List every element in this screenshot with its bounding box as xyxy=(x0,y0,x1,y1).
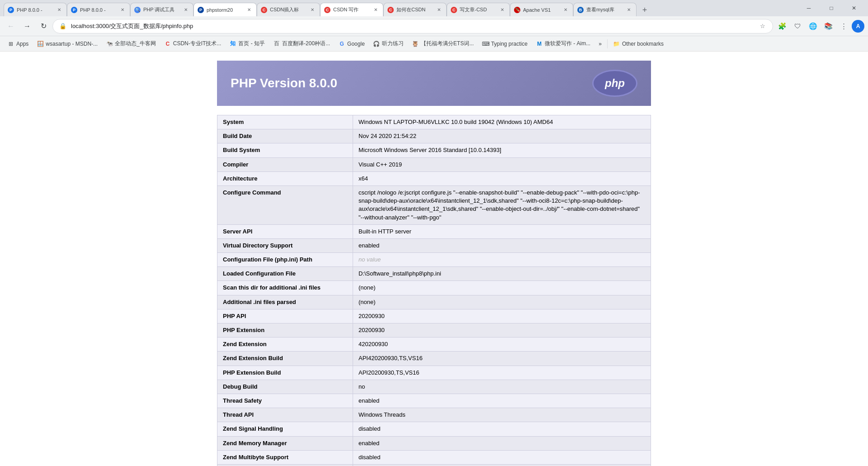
table-key: Zend Extension Build xyxy=(217,352,353,366)
tab-title-8: 写文章-CSD xyxy=(460,6,496,13)
bookmark-more[interactable]: » xyxy=(595,39,605,49)
tab-title-7: 如何在CSDN xyxy=(396,6,433,13)
extensions-button[interactable]: 🧩 xyxy=(775,19,789,33)
lock-icon: 🔒 xyxy=(58,22,67,31)
table-value: 420200930 xyxy=(353,338,651,352)
zhihu-label: 首页 - 知乎 xyxy=(238,40,265,48)
table-row: Zend Extension420200930 xyxy=(217,338,651,352)
tab-close-9[interactable]: ✕ xyxy=(562,6,569,14)
tab-9[interactable]: 🪶 Apache VS1 ✕ xyxy=(510,3,573,16)
table-row: Zend Multibyte Supportdisabled xyxy=(217,450,651,464)
table-row: PHP Extension20200930 xyxy=(217,323,651,338)
tab-6[interactable]: C CSDN 写作 ✕ xyxy=(320,3,383,16)
tab-close-10[interactable]: ✕ xyxy=(625,6,632,14)
table-row: Scan this dir for additional .ini files(… xyxy=(217,281,651,295)
table-key: PHP Extension Build xyxy=(217,366,353,380)
table-row: CompilerVisual C++ 2019 xyxy=(217,157,651,171)
extension-icon-2[interactable]: 📚 xyxy=(821,19,835,33)
niuke-label: 全部动态_牛客网 xyxy=(115,40,156,48)
table-row: Loaded Configuration FileD:\Software_ins… xyxy=(217,267,651,281)
bookmark-apps[interactable]: ⊞ Apps xyxy=(4,38,32,49)
bookmark-typing[interactable]: ⌨ Typing practice xyxy=(478,38,531,49)
bookmark-niuke[interactable]: 🐄 全部动态_牛客网 xyxy=(102,38,160,49)
table-value: no xyxy=(353,380,651,394)
table-value: enabled xyxy=(353,238,651,252)
tabs-area: P PHP 8.0.0 - ✕ P PHP 8.0.0 - ✕ 🔍 PHP 调试… xyxy=(4,0,793,16)
table-key: PHP Extension xyxy=(217,323,353,338)
back-button[interactable]: ← xyxy=(4,19,18,33)
bookmark-zhihu[interactable]: 知 首页 - 知乎 xyxy=(226,38,269,49)
forward-button[interactable]: → xyxy=(20,19,34,33)
toefl-label: 【托福考满分ETS词... xyxy=(421,40,474,48)
table-value: (none) xyxy=(353,295,651,309)
tab-close-1[interactable]: ✕ xyxy=(56,6,63,14)
table-key: Virtual Directory Support xyxy=(217,238,353,252)
table-row: Virtual Directory Supportenabled xyxy=(217,238,651,252)
bookmark-baidu-translate[interactable]: 百 百度翻译-200种语... xyxy=(269,38,334,49)
maximize-button[interactable]: □ xyxy=(821,2,842,14)
tab-title-2: PHP 8.0.0 - xyxy=(80,7,116,13)
csdn-label: CSDN-专业IT技术... xyxy=(173,40,222,48)
tab-5[interactable]: C CSDN插入标 ✕ xyxy=(257,3,320,16)
tab-1[interactable]: P PHP 8.0.0 - ✕ xyxy=(4,3,67,16)
niuke-favicon: 🐄 xyxy=(106,40,113,48)
content-area[interactable]: PHP Version 8.0.0 php SystemWindows NT L… xyxy=(0,52,868,466)
tab-close-4[interactable]: ✕ xyxy=(245,6,253,14)
address-bar[interactable]: 🔒 localhost:3000/交互式页面_数据库/phpinfo.php ☆ xyxy=(52,19,773,33)
table-row: Architecturex64 xyxy=(217,171,651,185)
bookmark-google[interactable]: G Google xyxy=(335,38,368,49)
table-row: SystemWindows NT LAPTOP-MU6VLLKC 10.0 bu… xyxy=(217,115,651,129)
tab-close-2[interactable]: ✕ xyxy=(119,6,126,14)
more-label: » xyxy=(599,41,602,47)
tab-7[interactable]: C 如何在CSDN ✕ xyxy=(383,3,447,16)
table-key: Thread API xyxy=(217,408,353,422)
mswriting-label: 微软爱写作 - Aim... xyxy=(545,40,590,48)
tab-4[interactable]: P phpstorm20 ✕ xyxy=(193,3,257,16)
tab-2[interactable]: P PHP 8.0.0 - ✕ xyxy=(67,3,130,16)
listening-favicon: 🎧 xyxy=(373,40,380,48)
profile-button[interactable]: A xyxy=(852,20,864,33)
star-icon[interactable]: ☆ xyxy=(758,22,767,31)
tab-title-9: Apache VS1 xyxy=(523,7,559,13)
tab-close-3[interactable]: ✕ xyxy=(182,6,189,14)
table-value: enabled xyxy=(353,394,651,408)
translate-icon[interactable]: 🌐 xyxy=(806,19,820,33)
table-row: Thread APIWindows Threads xyxy=(217,408,651,422)
bookmark-other[interactable]: 📁 Other bookmarks xyxy=(609,38,667,49)
shield-icon[interactable]: 🛡 xyxy=(790,19,805,33)
settings-button[interactable]: ⋮ xyxy=(836,19,851,33)
tab-10[interactable]: B 查看mysql库 ✕ xyxy=(573,3,637,16)
tab-close-8[interactable]: ✕ xyxy=(499,6,506,14)
zhihu-favicon: 知 xyxy=(229,40,236,48)
table-value: disabled xyxy=(353,450,651,464)
tab-8[interactable]: C 写文章-CSD ✕ xyxy=(447,3,510,16)
bookmark-wsasartup[interactable]: 🪟 wsasartup - MSDN-... xyxy=(33,38,101,49)
bookmark-toefl[interactable]: 🦉 【托福考满分ETS词... xyxy=(408,38,477,49)
table-value: Microsoft Windows Server 2016 Standard [… xyxy=(353,143,651,157)
table-key: Zend Extension xyxy=(217,338,353,352)
table-row: Zend Memory Managerenabled xyxy=(217,436,651,450)
bookmark-microsoft-writing[interactable]: M 微软爱写作 - Aim... xyxy=(532,38,594,49)
table-key: Thread Safety xyxy=(217,394,353,408)
csdn-favicon: C xyxy=(164,40,171,48)
tab-close-7[interactable]: ✕ xyxy=(435,6,443,14)
minimize-button[interactable]: ─ xyxy=(798,2,819,14)
table-key: Configuration File (php.ini) Path xyxy=(217,253,353,267)
tab-3[interactable]: 🔍 PHP 调试工具 ✕ xyxy=(130,3,193,16)
new-tab-button[interactable]: + xyxy=(638,4,651,16)
tab-close-5[interactable]: ✕ xyxy=(309,6,316,14)
bookmark-listening[interactable]: 🎧 听力练习 xyxy=(369,38,407,49)
bookmark-csdn[interactable]: C CSDN-专业IT技术... xyxy=(160,38,225,49)
table-row: Zend Extension BuildAPI420200930,TS,VS16 xyxy=(217,352,651,366)
tab-favicon-6: C xyxy=(324,7,330,13)
refresh-button[interactable]: ↻ xyxy=(36,19,51,33)
table-value: Windows NT LAPTOP-MU6VLLKC 10.0 build 19… xyxy=(353,115,651,129)
navigation-toolbar: ← → ↻ 🔒 localhost:3000/交互式页面_数据库/phpinfo… xyxy=(0,16,868,36)
tab-favicon-2: P xyxy=(71,7,77,13)
apps-label: Apps xyxy=(16,41,28,47)
close-button[interactable]: ✕ xyxy=(844,2,864,14)
table-key: System xyxy=(217,115,353,129)
table-row: PHP API20200930 xyxy=(217,309,651,323)
table-key: Scan this dir for additional .ini files xyxy=(217,281,353,295)
tab-close-6[interactable]: ✕ xyxy=(372,6,379,14)
